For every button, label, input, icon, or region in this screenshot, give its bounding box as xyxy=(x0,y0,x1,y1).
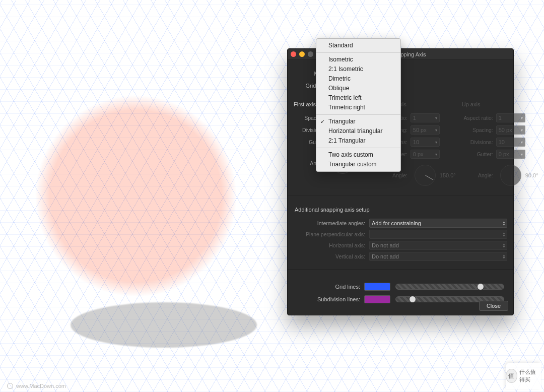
up-gutter-combo[interactable]: 0 px▾ xyxy=(496,150,525,159)
dropdown-item[interactable]: 2:1 Triangular xyxy=(316,136,400,146)
watermark-icon xyxy=(7,383,13,389)
subdivision-lines-label: Subdivision lines: xyxy=(294,296,364,302)
subdivision-lines-swatch[interactable] xyxy=(364,295,390,303)
watermark: www.MacDown.com xyxy=(7,383,66,389)
window-close-button[interactable] xyxy=(291,51,296,57)
dropdown-item[interactable]: 2:1 Isometric xyxy=(316,64,400,74)
vertical-axis-label: Vertical axis: xyxy=(294,253,369,259)
artwork-isometric-type xyxy=(61,73,231,340)
additional-section-title: Additional snapping axis setup xyxy=(295,207,507,213)
dropdown-item[interactable]: Oblique xyxy=(316,84,400,93)
second-gutter-combo[interactable]: 0 px▾ xyxy=(411,150,440,159)
second-spacing-combo[interactable]: 50 px▾ xyxy=(411,125,440,135)
second-divisions-combo[interactable]: 10▾ xyxy=(411,138,440,147)
up-divisions-combo[interactable]: 10▾ xyxy=(496,138,525,147)
grid-lines-opacity-slider[interactable] xyxy=(395,284,504,290)
up-aspect-combo[interactable]: 1▾ xyxy=(496,113,525,122)
intermediate-angles-label: Intermediate angles: xyxy=(294,220,369,226)
dropdown-item[interactable]: Isometric xyxy=(316,55,400,64)
grid-type-dropdown: Standard Isometric 2:1 Isometric Dimetri… xyxy=(316,38,401,172)
dropdown-item[interactable]: Standard xyxy=(316,41,400,50)
up-angle-dial[interactable] xyxy=(500,165,521,186)
vertical-axis-select[interactable]: Do not add▲▼ xyxy=(369,252,507,261)
corner-badge-text: 什么值得买 xyxy=(519,368,541,383)
plane-perpendicular-label: Plane perpendicular axis: xyxy=(294,231,369,237)
watermark-text: www.MacDown.com xyxy=(16,383,66,389)
up-axis-column: Up axis Aspect ratio: 1▾ Spacing: 50 px▾… xyxy=(461,96,538,188)
second-aspect-combo[interactable]: 1▾ xyxy=(411,113,440,122)
corner-badge: 值 什么值得买 xyxy=(506,363,541,389)
grid-lines-slider-knob[interactable] xyxy=(477,283,484,290)
second-angle-dial[interactable] xyxy=(415,165,436,186)
intermediate-angles-select[interactable]: Add for constraining▲▼ xyxy=(369,219,507,228)
subdivision-lines-slider-knob[interactable] xyxy=(409,296,416,303)
plane-perpendicular-select[interactable]: ▲▼ xyxy=(369,230,507,239)
up-axis-title: Up axis xyxy=(462,101,538,107)
window-zoom-button[interactable] xyxy=(308,51,313,57)
corner-badge-icon: 值 xyxy=(506,369,517,383)
dropdown-item[interactable]: Triangular custom xyxy=(316,160,400,169)
grid-lines-label: Grid lines: xyxy=(294,284,364,290)
dropdown-item-checked[interactable]: Triangular xyxy=(316,117,400,126)
dropdown-item[interactable]: Dimetric xyxy=(316,74,400,84)
grid-lines-swatch[interactable] xyxy=(364,283,390,291)
dropdown-item[interactable]: Two axis custom xyxy=(316,150,400,160)
horizontal-axis-label: Horizontal axis: xyxy=(294,242,369,248)
dropdown-item[interactable]: Horizontal triangular xyxy=(316,126,400,136)
up-spacing-combo[interactable]: 50 px▾ xyxy=(496,125,525,135)
close-button[interactable]: Close xyxy=(479,301,508,311)
horizontal-axis-select[interactable]: Do not add▲▼ xyxy=(369,241,507,250)
window-minimize-button[interactable] xyxy=(299,51,305,57)
dropdown-item[interactable]: Trimetric right xyxy=(316,103,400,112)
dropdown-item[interactable]: Trimetric left xyxy=(316,93,400,103)
